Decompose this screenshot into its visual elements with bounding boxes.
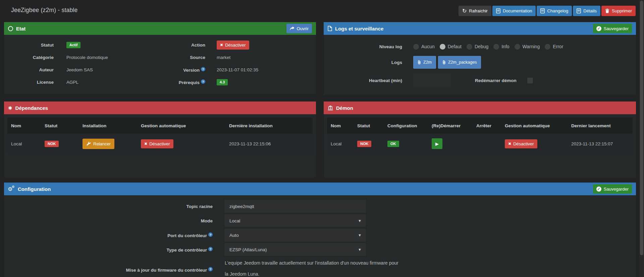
dep-nom: Local bbox=[7, 134, 41, 154]
changelog-button[interactable]: Changelog bbox=[537, 6, 572, 16]
topic-racine-input[interactable] bbox=[225, 200, 366, 213]
vertical-scrollbar[interactable] bbox=[639, 0, 644, 277]
type-controleur-label: Type de contrôleur? bbox=[4, 247, 213, 253]
details-button[interactable]: Détails bbox=[573, 6, 600, 16]
help-icon[interactable]: ? bbox=[201, 79, 205, 84]
table-header-row: Nom Statut Installation Gestion automati… bbox=[7, 118, 313, 134]
logs-panel-header: Logs et surveillance ✓ Sauvegarder bbox=[324, 22, 636, 35]
power-icon bbox=[8, 26, 13, 31]
radio-dot bbox=[493, 44, 499, 50]
table-row: Local NOK Relancer ✖ Désactiver bbox=[7, 134, 313, 154]
col-arreter: Arrêter bbox=[473, 118, 501, 134]
relaunch-dependencies-button[interactable]: Relancer bbox=[83, 139, 114, 149]
radio-error[interactable]: Error bbox=[545, 44, 563, 50]
col-redemarrer: (Re)Démarrer bbox=[428, 118, 473, 134]
paperclip-icon bbox=[418, 60, 421, 65]
radio-defaut[interactable]: Defaut bbox=[440, 44, 462, 50]
col-statut: Statut bbox=[354, 118, 384, 134]
trash-icon bbox=[605, 8, 609, 13]
disable-daemon-auto-button[interactable]: ✖ Désactiver bbox=[505, 139, 537, 148]
paperclip-icon bbox=[442, 60, 446, 65]
action-label: Action bbox=[161, 43, 205, 48]
categorie-value: Protocole domotique bbox=[54, 55, 161, 60]
col-nom: Nom bbox=[327, 118, 354, 134]
niveau-log-label: Niveau log bbox=[324, 40, 402, 54]
mode-label: Mode bbox=[4, 218, 213, 223]
col-installation: Installation bbox=[79, 118, 137, 134]
configuration-panel-header: ⚙⚙ Configuration ✓ Sauvegarder bbox=[4, 183, 636, 195]
delete-button[interactable]: Supprimer bbox=[601, 6, 636, 16]
x-icon: ✖ bbox=[508, 142, 511, 146]
save-logs-button[interactable]: ✓ Sauvegarder bbox=[593, 24, 632, 33]
chevron-down-icon: ▼ bbox=[358, 219, 362, 223]
port-controleur-label: Port du contrôleur? bbox=[4, 232, 213, 238]
x-icon: ✖ bbox=[220, 43, 223, 47]
help-icon[interactable]: ? bbox=[208, 267, 213, 271]
dep-status-badge: NOK bbox=[45, 141, 59, 147]
daemon-status-badge: NOK bbox=[357, 141, 371, 147]
daemon-stop-cell bbox=[473, 134, 501, 154]
scrollbar-thumb[interactable] bbox=[640, 1, 643, 255]
help-icon[interactable]: ? bbox=[201, 67, 205, 71]
logs-fields: Niveau log Aucun Defaut Debug Info Warni… bbox=[324, 35, 636, 90]
disable-dependencies-auto-button[interactable]: ✖ Désactiver bbox=[141, 139, 173, 148]
dependances-table: Nom Statut Installation Gestion automati… bbox=[7, 118, 313, 154]
etat-fields: Statut Actif Action ✖ Désactiver Catégor… bbox=[4, 35, 316, 88]
chevron-down-icon: ▼ bbox=[358, 233, 362, 237]
asterisk-icon: ✱ bbox=[8, 106, 12, 111]
license-value: AGPL bbox=[54, 80, 161, 85]
log-level-radios: Aucun Defaut Debug Info Warning Error bbox=[402, 40, 636, 54]
help-icon[interactable]: ? bbox=[208, 232, 213, 237]
log-z2m-packages-button[interactable]: Z2m_packages bbox=[438, 56, 481, 69]
help-icon[interactable]: ? bbox=[208, 247, 213, 251]
license-label: License bbox=[4, 80, 54, 85]
restart-daemon-checkbox[interactable] bbox=[527, 78, 533, 83]
radio-aucun[interactable]: Aucun bbox=[413, 44, 435, 50]
auteur-value: Jeedom SAS bbox=[54, 67, 161, 72]
start-daemon-button[interactable]: ▶ bbox=[432, 138, 442, 149]
statut-label: Statut bbox=[4, 43, 54, 48]
port-controleur-select[interactable]: Auto ▼ bbox=[225, 229, 366, 241]
firmware-update-note: L'equipe Jeedom travaille actuellement s… bbox=[213, 258, 400, 277]
mode-select[interactable]: Local ▼ bbox=[225, 214, 366, 227]
file-icon bbox=[328, 26, 332, 31]
configuration-form: Topic racine Mode Local ▼ Port du contrô… bbox=[4, 195, 636, 277]
log-z2m-button[interactable]: Z2m bbox=[413, 56, 436, 69]
check-icon: ✓ bbox=[596, 26, 601, 31]
book-icon bbox=[577, 8, 581, 13]
col-dernier-lancement: Dernier lancement bbox=[568, 118, 633, 134]
auteur-label: Auteur bbox=[4, 67, 54, 72]
col-nom: Nom bbox=[7, 118, 41, 134]
version-value: 2023-11-07 01:02:35 bbox=[205, 67, 316, 72]
prerequis-label: Prérequis? bbox=[161, 79, 205, 85]
open-button[interactable]: Ouvrir bbox=[286, 24, 312, 33]
heartbeat-input[interactable] bbox=[413, 74, 451, 87]
radio-warning[interactable]: Warning bbox=[515, 44, 540, 50]
logs-label: Logs bbox=[324, 54, 402, 71]
col-configuration: Configuration bbox=[384, 118, 428, 134]
refresh-button[interactable]: ↻ Rafraichir bbox=[459, 6, 491, 16]
col-derniere-installation: Dernière installation bbox=[225, 118, 313, 134]
bank-icon bbox=[328, 106, 333, 111]
disable-plugin-button[interactable]: ✖ Désactiver bbox=[217, 41, 249, 50]
radio-dot bbox=[413, 44, 419, 50]
dependances-panel: ✱ Dépendances Nom Statut Installation Ge… bbox=[4, 101, 316, 177]
type-controleur-select[interactable]: EZSP (Atlas/Luna) ▼ bbox=[225, 243, 366, 256]
wrench-icon bbox=[86, 141, 91, 146]
check-icon: ✓ bbox=[596, 187, 601, 192]
prerequis-badge: 4.3 bbox=[217, 79, 228, 85]
play-icon: ▶ bbox=[435, 141, 439, 146]
status-badge: Actif bbox=[66, 42, 80, 48]
documentation-button[interactable]: Documentation bbox=[492, 6, 536, 16]
firmware-update-label: Mise à jour du firmware du contrôleur? bbox=[4, 267, 213, 273]
radio-info[interactable]: Info bbox=[493, 44, 509, 50]
daemon-nom: Local bbox=[327, 134, 354, 154]
chevron-down-icon: ▼ bbox=[358, 248, 362, 252]
log-file-buttons: Z2m Z2m_packages bbox=[402, 54, 636, 71]
save-configuration-button[interactable]: ✓ Sauvegarder bbox=[593, 184, 632, 194]
col-gestion-automatique: Gestion automatique bbox=[501, 118, 568, 134]
x-icon: ✖ bbox=[144, 142, 147, 146]
radio-dot bbox=[467, 44, 472, 50]
plugin-page: JeeZigbee (z2m) - stable ↻ Rafraichir Do… bbox=[0, 0, 644, 277]
radio-debug[interactable]: Debug bbox=[467, 44, 488, 50]
